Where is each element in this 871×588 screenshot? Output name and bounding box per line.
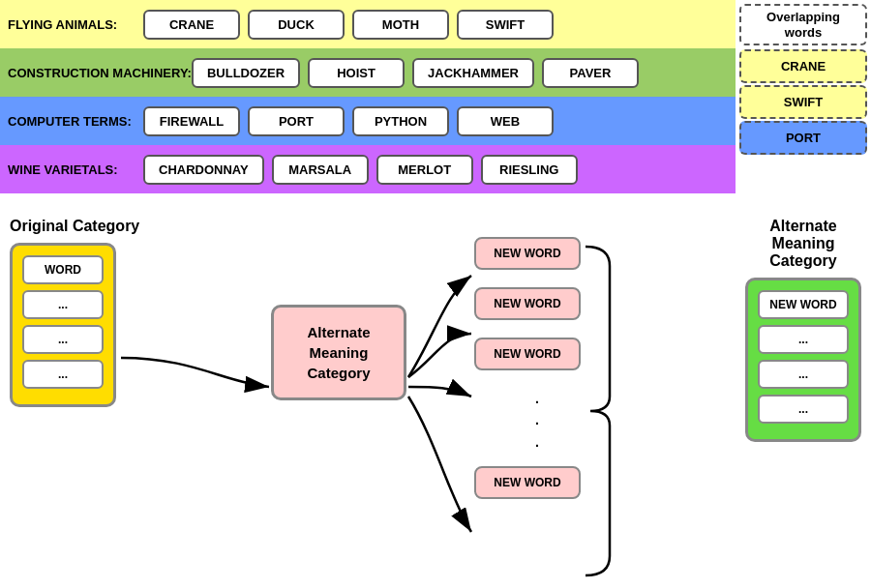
construction-label: CONSTRUCTION MACHINERY: — [8, 66, 192, 80]
word-duck: DUCK — [248, 10, 345, 40]
flying-animals-row: FLYING ANIMALS: CRANE DUCK MOTH SWIFT — [0, 0, 736, 48]
alt-meaning-label: AlternateMeaningCategory — [271, 305, 406, 400]
original-word-2: ... — [22, 325, 104, 354]
alt-category-right-section: AlternateMeaningCategory NEW WORD ... ..… — [745, 218, 861, 442]
new-word-0: NEW WORD — [474, 237, 581, 270]
word-crane: CRANE — [143, 10, 240, 40]
original-word-1: ... — [22, 290, 104, 319]
diagram-section: Original Category WORD ... ... ... Alter… — [0, 208, 871, 588]
new-word-2: NEW WORD — [474, 338, 581, 370]
wine-label: WINE VARIETALS: — [8, 162, 143, 177]
alt-meaning-center-box: AlternateMeaningCategory — [271, 305, 406, 400]
word-hoist: HOIST — [308, 58, 405, 88]
green-word-0: NEW WORD — [758, 290, 849, 319]
flying-animals-label: FLYING ANIMALS: — [8, 17, 143, 32]
wine-pills: CHARDONNAY MARSALA MERLOT RIESLING — [143, 155, 578, 185]
overlapping-words-panel: Overlappingwords CRANE SWIFT PORT — [736, 0, 871, 157]
word-moth: MOTH — [352, 10, 449, 40]
word-python: PYTHON — [352, 106, 449, 136]
overlap-port: PORT — [739, 121, 867, 155]
word-merlot: MERLOT — [376, 155, 473, 185]
new-word-3: NEW WORD — [474, 466, 581, 499]
overlapping-title: Overlappingwords — [739, 4, 867, 45]
construction-machinery-row: CONSTRUCTION MACHINERY: BULLDOZER HOIST … — [0, 48, 736, 97]
word-marsala: MARSALA — [272, 155, 369, 185]
original-category-section: Original Category WORD ... ... ... — [10, 218, 139, 407]
word-jackhammer: JACKHAMMER — [412, 58, 534, 88]
computer-pills: FIREWALL PORT PYTHON WEB — [143, 106, 554, 136]
computer-terms-row: COMPUTER TERMS: FIREWALL PORT PYTHON WEB — [0, 97, 736, 145]
word-paver: PAVER — [542, 58, 639, 88]
word-web: WEB — [457, 106, 554, 136]
word-swift: SWIFT — [457, 10, 554, 40]
word-bulldozer: BULLDOZER — [192, 58, 300, 88]
green-word-3: ... — [758, 395, 849, 424]
original-word-3: ... — [22, 360, 104, 389]
word-port: PORT — [248, 106, 345, 136]
original-category-box: WORD ... ... ... — [10, 243, 116, 407]
flying-animals-pills: CRANE DUCK MOTH SWIFT — [143, 10, 554, 40]
computer-label: COMPUTER TERMS: — [8, 114, 143, 129]
original-category-title: Original Category — [10, 218, 139, 235]
wine-varietals-row: WINE VARIETALS: CHARDONNAY MARSALA MERLO… — [0, 145, 736, 193]
new-word-1: NEW WORD — [474, 287, 581, 320]
word-chardonnay: CHARDONNAY — [143, 155, 264, 185]
green-category-box: NEW WORD ... ... ... — [745, 278, 861, 442]
new-words-area: NEW WORD NEW WORD NEW WORD ... NEW WORD — [474, 237, 581, 516]
bracket-svg — [581, 237, 619, 585]
categories-section: FLYING ANIMALS: CRANE DUCK MOTH SWIFT CO… — [0, 0, 736, 193]
word-firewall: FIREWALL — [143, 106, 240, 136]
green-word-1: ... — [758, 325, 849, 354]
green-word-2: ... — [758, 360, 849, 389]
dots-area: ... — [474, 388, 581, 453]
overlap-crane: CRANE — [739, 49, 867, 83]
alt-category-right-title: AlternateMeaningCategory — [745, 218, 861, 270]
original-word-0: WORD — [22, 255, 104, 284]
overlap-swift: SWIFT — [739, 85, 867, 119]
word-riesling: RIESLING — [481, 155, 578, 185]
construction-pills: BULLDOZER HOIST JACKHAMMER PAVER — [192, 58, 639, 88]
